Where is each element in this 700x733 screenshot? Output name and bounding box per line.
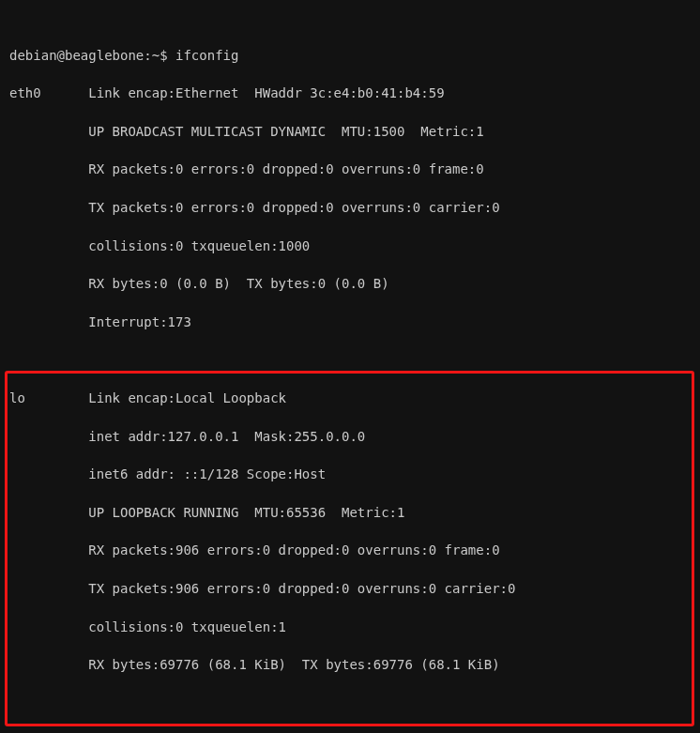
lo-rx: RX packets:906 errors:0 dropped:0 overru… xyxy=(9,541,691,559)
iface-name-lo: lo xyxy=(9,389,88,407)
lo-bytes: RX bytes:69776 (68.1 KiB) TX bytes:69776… xyxy=(9,655,691,674)
iface-name-eth0: eth0 xyxy=(9,84,88,102)
lo-coll: collisions:0 txqueuelen:1 xyxy=(9,618,691,636)
lo-link: loLink encap:Local Loopback xyxy=(9,389,691,407)
eth0-flags: UP BROADCAST MULTICAST DYNAMIC MTU:1500 … xyxy=(9,122,691,141)
blank-2 xyxy=(9,694,691,712)
lo-inet: inet addr:127.0.0.1 Mask:255.0.0.0 xyxy=(9,427,691,446)
shell-prompt: debian@beaglebone:~$ xyxy=(9,48,175,63)
blank-1 xyxy=(9,350,691,369)
eth0-bytes: RX bytes:0 (0.0 B) TX bytes:0 (0.0 B) xyxy=(9,274,691,293)
lo-inet6: inet6 addr: ::1/128 Scope:Host xyxy=(9,465,691,483)
eth0-intr: Interrupt:173 xyxy=(9,313,691,331)
eth0-tx: TX packets:0 errors:0 dropped:0 overruns… xyxy=(9,198,691,217)
eth0-link: eth0Link encap:Ethernet HWaddr 3c:e4:b0:… xyxy=(9,84,691,102)
eth0-coll: collisions:0 txqueuelen:1000 xyxy=(9,237,691,255)
eth0-rx: RX packets:0 errors:0 dropped:0 overruns… xyxy=(9,160,691,178)
lo-tx: TX packets:906 errors:0 dropped:0 overru… xyxy=(9,579,691,598)
shell-command: ifconfig xyxy=(175,48,238,63)
shell-prompt-line: debian@beaglebone:~$ ifconfig xyxy=(9,46,691,65)
terminal-window[interactable]: debian@beaglebone:~$ ifconfig eth0Link e… xyxy=(0,0,700,733)
lo-flags: UP LOOPBACK RUNNING MTU:65536 Metric:1 xyxy=(9,503,691,522)
